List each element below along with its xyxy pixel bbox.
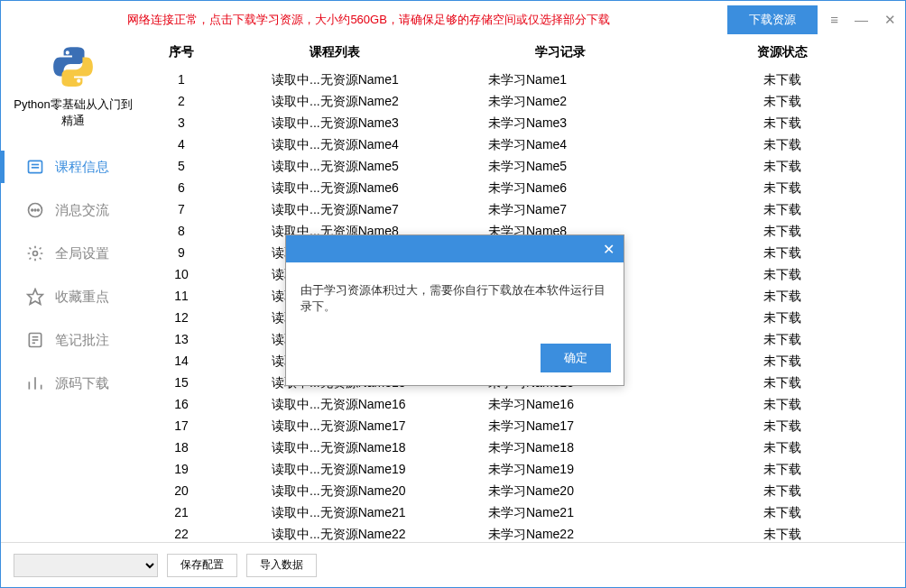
- cell-status: 未下载: [669, 505, 896, 521]
- table-row[interactable]: 7读取中...无资源Name7未学习Name7未下载: [145, 199, 896, 221]
- dialog-ok-button[interactable]: 确定: [541, 344, 611, 372]
- table-row[interactable]: 3读取中...无资源Name3未学习Name3未下载: [145, 113, 896, 134]
- cell-status: 未下载: [669, 462, 896, 478]
- cell-index: 16: [145, 397, 217, 413]
- cell-index: 17: [145, 418, 217, 435]
- cell-course: 读取中...无资源Name18: [217, 440, 452, 456]
- cell-status: 未下载: [669, 289, 896, 305]
- cell-course: 读取中...无资源Name2: [217, 94, 452, 110]
- cell-index: 3: [145, 115, 217, 132]
- cell-course: 读取中...无资源Name1: [217, 72, 452, 88]
- close-icon[interactable]: ✕: [884, 12, 896, 28]
- cell-index: 13: [145, 332, 217, 348]
- chat-icon: [26, 201, 44, 219]
- table-row[interactable]: 20读取中...无资源Name20未学习Name20未下载: [145, 481, 896, 502]
- cell-index: 6: [145, 180, 217, 197]
- sidebar: Python零基础从入门到精通 课程信息消息交流全局设置收藏重点笔记批注源码下载: [1, 39, 145, 542]
- nav-label: 源码下载: [55, 375, 109, 392]
- cell-index: 8: [145, 224, 217, 240]
- svg-point-7: [33, 252, 38, 256]
- table-row[interactable]: 1读取中...无资源Name1未学习Name1未下载: [145, 69, 896, 91]
- cell-status: 未下载: [669, 159, 896, 175]
- cell-status: 未下载: [669, 72, 896, 88]
- cell-status: 未下载: [669, 397, 896, 413]
- table-row[interactable]: 22读取中...无资源Name22未学习Name22未下载: [145, 524, 896, 542]
- cell-course: 读取中...无资源Name7: [217, 202, 452, 218]
- cell-status: 未下载: [669, 375, 896, 391]
- header-course: 课程列表: [217, 44, 452, 60]
- dialog: ✕ 由于学习资源体积过大，需要你自行下载放在本软件运行目录下。 确定: [285, 234, 624, 386]
- cell-index: 21: [145, 505, 217, 521]
- cell-study: 未学习Name21: [452, 505, 669, 521]
- cell-status: 未下载: [669, 180, 896, 197]
- nav-label: 收藏重点: [55, 289, 109, 306]
- table-row[interactable]: 4读取中...无资源Name4未学习Name4未下载: [145, 134, 896, 156]
- cell-index: 18: [145, 440, 217, 456]
- cell-status: 未下载: [669, 310, 896, 326]
- nav-label: 课程信息: [55, 159, 109, 176]
- cell-study: 未学习Name18: [452, 440, 669, 456]
- cell-index: 22: [145, 527, 217, 542]
- save-config-button[interactable]: 保存配置: [167, 554, 237, 577]
- header-index: 序号: [145, 44, 217, 60]
- cell-course: 读取中...无资源Name3: [217, 115, 452, 132]
- cell-status: 未下载: [669, 440, 896, 456]
- dialog-titlebar[interactable]: ✕: [286, 235, 624, 262]
- cell-index: 15: [145, 375, 217, 391]
- nav-item-3[interactable]: 收藏重点: [1, 275, 145, 318]
- code-icon: [26, 374, 44, 392]
- table-row[interactable]: 6读取中...无资源Name6未学习Name6未下载: [145, 178, 896, 199]
- table-row[interactable]: 17读取中...无资源Name17未学习Name17未下载: [145, 416, 896, 437]
- config-select[interactable]: [14, 554, 158, 577]
- note-icon: [26, 331, 44, 349]
- cell-index: 7: [145, 202, 217, 218]
- cell-study: 未学习Name5: [452, 159, 669, 175]
- cell-course: 读取中...无资源Name6: [217, 180, 452, 197]
- cell-course: 读取中...无资源Name5: [217, 159, 452, 175]
- nav-label: 笔记批注: [55, 332, 109, 349]
- cell-status: 未下载: [669, 224, 896, 240]
- cell-index: 2: [145, 94, 217, 110]
- cell-index: 20: [145, 483, 217, 500]
- cell-course: 读取中...无资源Name17: [217, 418, 452, 435]
- cell-study: 未学习Name2: [452, 94, 669, 110]
- cell-status: 未下载: [669, 115, 896, 132]
- cell-course: 读取中...无资源Name19: [217, 462, 452, 478]
- cell-study: 未学习Name20: [452, 483, 669, 500]
- table-row[interactable]: 21读取中...无资源Name21未学习Name21未下载: [145, 502, 896, 524]
- nav-item-1[interactable]: 消息交流: [1, 188, 145, 232]
- minimize-icon[interactable]: —: [855, 12, 868, 28]
- table-row[interactable]: 5读取中...无资源Name5未学习Name5未下载: [145, 156, 896, 178]
- cell-status: 未下载: [669, 418, 896, 435]
- table-row[interactable]: 16读取中...无资源Name16未学习Name16未下载: [145, 394, 896, 416]
- cell-index: 1: [145, 72, 217, 88]
- nav-item-4[interactable]: 笔记批注: [1, 318, 145, 362]
- cell-index: 5: [145, 159, 217, 175]
- app-title: Python零基础从入门到精通: [1, 96, 145, 129]
- nav-item-5[interactable]: 源码下载: [1, 362, 145, 405]
- table-row[interactable]: 2读取中...无资源Name2未学习Name2未下载: [145, 91, 896, 113]
- cell-status: 未下载: [669, 527, 896, 542]
- cell-index: 14: [145, 354, 217, 370]
- footer: 保存配置 导入数据: [1, 542, 905, 587]
- nav-item-2[interactable]: 全局设置: [1, 232, 145, 275]
- cell-study: 未学习Name22: [452, 527, 669, 542]
- cell-status: 未下载: [669, 332, 896, 348]
- table-row[interactable]: 19读取中...无资源Name19未学习Name19未下载: [145, 459, 896, 481]
- cell-course: 读取中...无资源Name16: [217, 397, 452, 413]
- menu-icon[interactable]: ≡: [830, 12, 838, 28]
- svg-point-4: [32, 210, 33, 212]
- table-row[interactable]: 18读取中...无资源Name18未学习Name18未下载: [145, 437, 896, 459]
- nav-item-0[interactable]: 课程信息: [1, 145, 145, 188]
- cell-study: 未学习Name4: [452, 137, 669, 153]
- cell-course: 读取中...无资源Name21: [217, 505, 452, 521]
- svg-marker-8: [28, 289, 43, 305]
- cell-index: 12: [145, 310, 217, 326]
- cell-study: 未学习Name1: [452, 72, 669, 88]
- import-data-button[interactable]: 导入数据: [246, 554, 317, 577]
- cell-index: 11: [145, 289, 217, 305]
- svg-point-5: [34, 210, 36, 212]
- cell-course: 读取中...无资源Name20: [217, 483, 452, 500]
- dialog-close-icon[interactable]: ✕: [603, 241, 615, 258]
- download-resources-button[interactable]: 下载资源: [727, 5, 818, 34]
